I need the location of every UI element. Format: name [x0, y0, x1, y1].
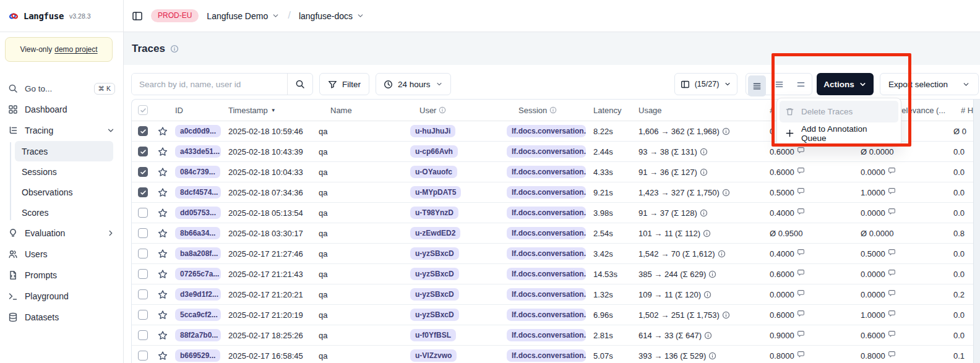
- row-height-medium-button[interactable]: [768, 74, 789, 95]
- table-row[interactable]: 8b66a34... 2025-02-18 03:30:17 qa u-zEwd…: [132, 223, 980, 244]
- user-badge[interactable]: u-yzSBxcD: [410, 247, 459, 260]
- row-checkbox[interactable]: [138, 208, 148, 218]
- favorite-star-button[interactable]: [154, 351, 171, 361]
- row-checkbox[interactable]: [138, 269, 148, 279]
- session-badge[interactable]: lf.docs.conversation...: [507, 288, 586, 301]
- row-checkbox[interactable]: [138, 351, 148, 361]
- session-badge[interactable]: lf.docs.conversation...: [507, 166, 586, 178]
- row-checkbox[interactable]: [138, 289, 148, 299]
- user-badge[interactable]: u-T98YnzD: [410, 207, 458, 219]
- row-checkbox[interactable]: [138, 330, 148, 340]
- trace-id-badge[interactable]: ba8a208f...: [175, 247, 221, 260]
- session-badge[interactable]: lf.docs.conversation...: [507, 145, 586, 158]
- favorite-star-button[interactable]: [154, 310, 171, 320]
- user-badge[interactable]: u-zEwdED2: [410, 227, 460, 239]
- session-badge[interactable]: lf.docs.conversation...: [507, 329, 586, 341]
- user-badge[interactable]: u-yzSBxcD: [410, 288, 459, 301]
- session-badge[interactable]: lf.docs.conversation...: [507, 247, 586, 260]
- goto-search[interactable]: Go to... ⌘ K: [0, 79, 123, 98]
- header-name[interactable]: Name: [315, 106, 406, 115]
- header-user[interactable]: User: [406, 106, 503, 115]
- sidebar-toggle-icon[interactable]: [132, 11, 143, 22]
- table-row[interactable]: d3e9d1f2... 2025-02-17 21:20:21 qa u-yzS…: [132, 284, 980, 305]
- row-checkbox[interactable]: [138, 310, 148, 320]
- actions-button[interactable]: Actions: [817, 73, 874, 95]
- row-checkbox[interactable]: [138, 187, 148, 197]
- sidebar-item-observations[interactable]: Observations: [15, 182, 113, 202]
- session-badge[interactable]: lf.docs.conversation...: [507, 186, 586, 199]
- filter-button[interactable]: Filter: [319, 73, 369, 95]
- user-badge[interactable]: u-VIZzvwo: [410, 349, 457, 362]
- trace-id-badge[interactable]: 88f2a7b0...: [175, 329, 221, 341]
- sidebar-item-datasets[interactable]: Datasets: [0, 307, 123, 328]
- menu-item-add-to-annotation-queue[interactable]: Add to Annotation Queue: [780, 122, 898, 144]
- trace-id-badge[interactable]: d3e9d1f2...: [175, 288, 221, 301]
- trace-id-badge[interactable]: dd05753...: [175, 207, 221, 219]
- favorite-star-button[interactable]: [154, 269, 171, 280]
- session-badge[interactable]: lf.docs.conversation...: [507, 349, 586, 362]
- sidebar-item-dashboard[interactable]: Dashboard: [0, 99, 123, 120]
- favorite-star-button[interactable]: [154, 249, 171, 259]
- trace-id-badge[interactable]: a433de51...: [175, 145, 221, 158]
- org-switcher[interactable]: Langfuse Demo: [207, 11, 280, 21]
- time-range-button[interactable]: 24 hours: [376, 73, 451, 95]
- session-badge[interactable]: lf.docs.conversation...: [507, 207, 586, 219]
- sidebar-item-users[interactable]: Users: [0, 244, 123, 265]
- user-badge[interactable]: u-cp66Avh: [410, 145, 458, 158]
- header-usage[interactable]: Usage: [635, 106, 762, 115]
- table-row[interactable]: 07265c7a... 2025-02-17 21:21:43 qa u-yzS…: [132, 264, 980, 284]
- header-latency[interactable]: Latency: [590, 106, 635, 115]
- sidebar-item-evaluation[interactable]: Evaluation: [0, 223, 123, 244]
- user-badge[interactable]: u-huJhuJi: [410, 125, 455, 137]
- table-row[interactable]: dd05753... 2025-02-18 05:13:54 qa u-T98Y…: [132, 203, 980, 223]
- column-visibility-button[interactable]: (15/27): [674, 73, 737, 95]
- table-row[interactable]: 084c739... 2025-02-18 10:04:33 qa u-OYau…: [132, 162, 980, 182]
- trace-id-badge[interactable]: 5cca9cf2...: [175, 309, 221, 321]
- search-submit-button[interactable]: [287, 74, 312, 95]
- user-badge[interactable]: u-OYauofc: [410, 166, 457, 178]
- row-height-large-button[interactable]: [790, 74, 812, 95]
- row-height-small-button[interactable]: [748, 75, 766, 96]
- sidebar-item-traces[interactable]: Traces: [15, 141, 113, 161]
- row-checkbox[interactable]: [138, 249, 148, 258]
- trace-id-badge[interactable]: 8b66a34...: [175, 227, 220, 239]
- user-badge[interactable]: u-yzSBxcD: [410, 268, 459, 280]
- table-row[interactable]: 8dcf4574... 2025-02-18 07:34:36 qa u-MYp…: [132, 182, 980, 203]
- sidebar-item-tracing[interactable]: Tracing: [0, 120, 123, 141]
- header-session[interactable]: Session: [503, 106, 590, 115]
- favorite-star-button[interactable]: [154, 228, 171, 239]
- search-input[interactable]: [132, 74, 287, 95]
- menu-item-delete-traces[interactable]: Delete Traces: [780, 101, 898, 122]
- table-scrollbar-track[interactable]: [973, 100, 980, 363]
- sidebar-item-playground[interactable]: Playground: [0, 286, 123, 307]
- session-badge[interactable]: lf.docs.conversation...: [507, 125, 586, 137]
- table-row[interactable]: b669529... 2025-02-17 16:58:45 qa u-VIZz…: [132, 346, 980, 363]
- favorite-star-button[interactable]: [154, 187, 171, 198]
- favorite-star-button[interactable]: [154, 147, 171, 157]
- user-badge[interactable]: u-yzSBxcD: [410, 309, 459, 321]
- session-badge[interactable]: lf.docs.conversation...: [507, 309, 586, 321]
- project-switcher[interactable]: langfuse-docs: [299, 11, 364, 21]
- select-all-checkbox[interactable]: [138, 105, 148, 115]
- favorite-star-button[interactable]: [154, 330, 171, 341]
- trace-id-badge[interactable]: 8dcf4574...: [175, 186, 221, 199]
- favorite-star-button[interactable]: [154, 208, 171, 218]
- table-row[interactable]: 88f2a7b0... 2025-02-17 18:25:26 qa u-f0Y…: [132, 325, 980, 346]
- favorite-star-button[interactable]: [154, 289, 171, 300]
- header-id[interactable]: ID: [171, 106, 225, 115]
- trace-id-badge[interactable]: b669529...: [175, 349, 220, 362]
- session-badge[interactable]: lf.docs.conversation...: [507, 268, 586, 280]
- user-badge[interactable]: u-MYpDAT5: [410, 186, 461, 199]
- user-badge[interactable]: u-f0YfBSL: [410, 329, 456, 341]
- header-timestamp[interactable]: Timestamp▼: [225, 106, 315, 115]
- row-checkbox[interactable]: [138, 126, 148, 136]
- trace-id-badge[interactable]: 07265c7a...: [175, 268, 221, 280]
- favorite-star-button[interactable]: [154, 167, 171, 177]
- favorite-star-button[interactable]: [154, 126, 171, 137]
- sidebar-item-prompts[interactable]: Prompts: [0, 265, 123, 286]
- session-badge[interactable]: lf.docs.conversation...: [507, 227, 586, 239]
- row-checkbox[interactable]: [138, 228, 148, 238]
- table-row[interactable]: ba8a208f... 2025-02-17 21:27:46 qa u-yzS…: [132, 244, 980, 264]
- row-checkbox[interactable]: [138, 167, 148, 177]
- sidebar-item-sessions[interactable]: Sessions: [15, 161, 113, 182]
